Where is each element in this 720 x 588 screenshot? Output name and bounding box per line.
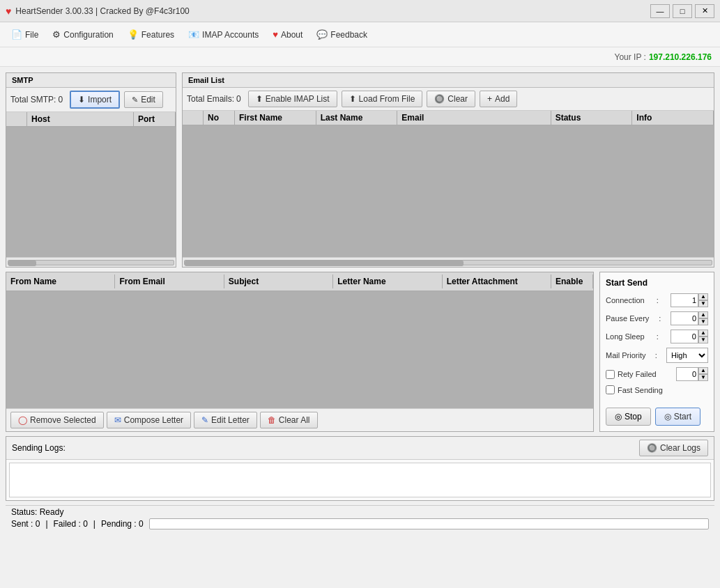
smtp-panel-header: SMTP	[6, 73, 176, 88]
imap-icon: 📧	[188, 29, 199, 40]
edit-icon: ✎	[132, 95, 138, 105]
minimize-button[interactable]: —	[650, 4, 670, 18]
clear-all-button[interactable]: 🗑 Clear All	[260, 412, 318, 428]
menu-feedback-label: Feedback	[330, 30, 367, 40]
connection-label: Connection	[606, 296, 645, 304]
remove-selected-button[interactable]: ◯ Remove Selected	[10, 412, 104, 428]
sleep-label: Long Sleep	[606, 332, 645, 341]
pause-spinner[interactable]: ▲ ▼	[671, 311, 708, 325]
smtp-panel: SMTP Total SMTP: 0 ⬇ Import ✎ Edit Host …	[6, 72, 176, 268]
letters-col-subject: Subject	[224, 274, 333, 288]
email-col-firstname: First Name	[235, 111, 316, 125]
retry-up[interactable]: ▲	[698, 367, 708, 374]
letters-col-lettername: Letter Name	[333, 274, 442, 288]
start-button[interactable]: ◎ Start	[655, 408, 700, 426]
email-toolbar: Total Emails: 0 ⬆ Enable IMAP List ⬆ Loa…	[183, 88, 714, 111]
menu-feedback[interactable]: 💬 Feedback	[309, 26, 374, 42]
edit-letter-button[interactable]: ✎ Edit Letter	[194, 412, 257, 428]
middle-section: From Name From Email Subject Letter Name…	[6, 272, 714, 432]
enable-imap-button[interactable]: ⬆ Enable IMAP List	[248, 91, 337, 107]
retry-failed-checkbox[interactable]	[606, 370, 615, 379]
import-icon: ⬇	[78, 95, 85, 105]
failed-text: Failed : 0	[54, 519, 88, 529]
smtp-table-header: Host Port	[6, 112, 176, 127]
status-row: Status: Ready	[11, 507, 709, 517]
email-col-info: Info	[632, 111, 714, 125]
pause-spin-btns: ▲ ▼	[698, 311, 708, 325]
priority-select[interactable]: High Normal Low	[666, 348, 708, 363]
action-buttons: ◎ Stop ◎ Start	[606, 408, 708, 426]
menu-file[interactable]: 📄 File	[4, 26, 45, 42]
logs-title: Sending Logs:	[12, 443, 66, 453]
fast-sending-label: Fast Sending	[618, 386, 663, 394]
load-from-file-button[interactable]: ⬆ Load From File	[342, 91, 423, 107]
smtp-toolbar: Total SMTP: 0 ⬇ Import ✎ Edit	[6, 88, 176, 112]
pause-up[interactable]: ▲	[698, 311, 708, 318]
sleep-row: Long Sleep : ▲ ▼	[606, 330, 708, 343]
pause-row: Pause Every : ▲ ▼	[606, 311, 708, 325]
stop-icon: ◎	[615, 412, 622, 421]
start-send-panel: Start Send Connection : ▲ ▼ Pause Every …	[599, 272, 714, 432]
logs-section: Sending Logs: 🔘 Clear Logs	[6, 436, 714, 501]
clear-emails-button[interactable]: 🔘 Clear	[427, 91, 475, 107]
add-email-button[interactable]: + Add	[480, 91, 517, 107]
features-icon: 💡	[128, 29, 139, 40]
menu-about-label: About	[281, 30, 302, 40]
status-text: Status: Ready	[11, 507, 63, 517]
email-col-status: Status	[551, 111, 633, 125]
compose-letter-button[interactable]: ✉ Compose Letter	[107, 412, 191, 428]
email-scroll-thumb[interactable]	[185, 261, 464, 266]
config-icon: ⚙	[52, 29, 61, 40]
clear-logs-button[interactable]: 🔘 Clear Logs	[639, 440, 708, 456]
priority-colon: :	[655, 351, 657, 359]
stop-button[interactable]: ◎ Stop	[606, 408, 651, 426]
smtp-import-button[interactable]: ⬇ Import	[70, 91, 120, 109]
sleep-spin-btns: ▲ ▼	[698, 330, 708, 343]
sleep-down[interactable]: ▼	[698, 336, 708, 343]
sleep-input[interactable]	[671, 330, 698, 343]
start-icon: ◎	[664, 412, 671, 421]
connection-spinner[interactable]: ▲ ▼	[671, 293, 708, 307]
menu-imap-label: IMAP Accounts	[202, 30, 259, 40]
smtp-scroll-thumb[interactable]	[8, 261, 36, 266]
smtp-edit-button[interactable]: ✎ Edit	[124, 91, 163, 108]
app-title: HeartSender 3.00.33 | Cracked By @F4c3r1…	[15, 6, 650, 16]
fast-sending-checkbox[interactable]	[606, 385, 615, 394]
menu-imap[interactable]: 📧 IMAP Accounts	[181, 26, 266, 42]
maximize-button[interactable]: □	[673, 4, 692, 18]
sleep-spinner[interactable]: ▲ ▼	[671, 330, 708, 343]
close-button[interactable]: ✕	[695, 4, 714, 18]
email-table-body	[183, 125, 714, 257]
retry-down[interactable]: ▼	[698, 374, 708, 381]
connection-up[interactable]: ▲	[698, 293, 708, 300]
menu-features[interactable]: 💡 Features	[121, 26, 181, 42]
connection-down[interactable]: ▼	[698, 300, 708, 307]
retry-failed-label: Rety Failed	[618, 370, 657, 378]
letters-table-body	[6, 291, 593, 408]
menu-about[interactable]: ♥ About	[266, 26, 309, 42]
load-icon: ⬆	[349, 94, 356, 104]
letters-table-header: From Name From Email Subject Letter Name…	[6, 272, 593, 291]
retry-spinner[interactable]: ▲ ▼	[676, 367, 708, 381]
letters-col-attachment: Letter Attachment	[443, 274, 551, 288]
window-controls: — □ ✕	[650, 4, 714, 18]
smtp-scrollbar[interactable]	[6, 257, 176, 267]
pause-input[interactable]	[671, 311, 698, 325]
smtp-table-body	[6, 127, 176, 257]
pause-colon: :	[659, 314, 661, 323]
compose-icon: ✉	[114, 415, 121, 425]
retry-input[interactable]	[676, 367, 698, 381]
letters-panel: From Name From Email Subject Letter Name…	[6, 272, 594, 432]
app-icon: ♥	[6, 6, 11, 17]
clear-all-icon: 🗑	[268, 415, 276, 425]
sleep-up[interactable]: ▲	[698, 330, 708, 336]
email-scrollbar[interactable]	[183, 257, 714, 267]
email-panel-header: Email List	[183, 73, 714, 88]
pause-down[interactable]: ▼	[698, 318, 708, 325]
email-col-email: Email	[397, 111, 551, 125]
separator1: |	[45, 519, 47, 529]
menu-configuration[interactable]: ⚙ Configuration	[45, 26, 120, 42]
imap-list-icon: ⬆	[256, 94, 263, 104]
clear-icon: 🔘	[434, 94, 445, 104]
connection-input[interactable]	[671, 293, 698, 307]
